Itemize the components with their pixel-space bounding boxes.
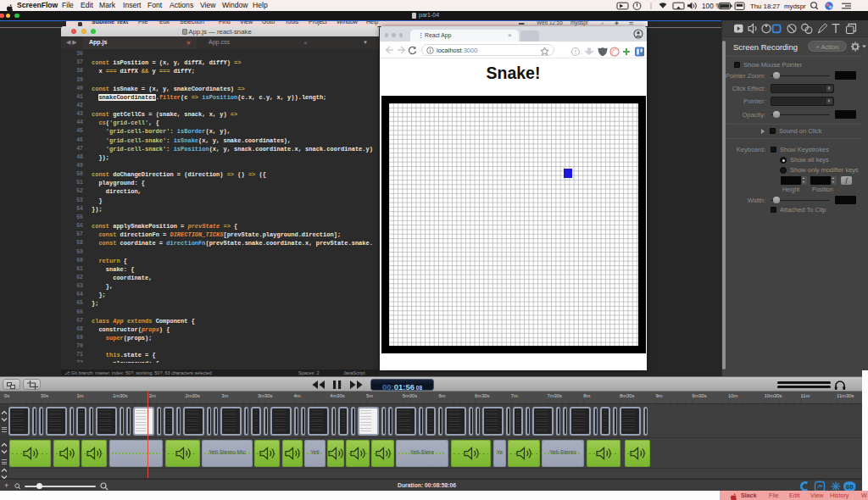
svg-text:Thu 18:27: Thu 18:27	[750, 3, 780, 10]
svg-text:mydspr: mydspr	[784, 3, 806, 10]
